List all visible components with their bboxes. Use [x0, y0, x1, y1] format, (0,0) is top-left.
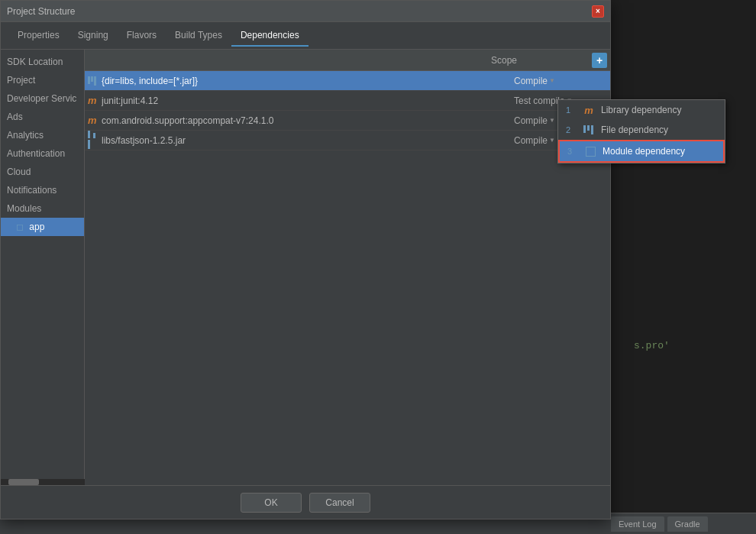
sidebar-item-notifications[interactable]: Notifications	[1, 181, 84, 199]
sidebar-item-cloud[interactable]: Cloud	[1, 163, 84, 181]
scope-value: Compile ▼	[508, 76, 607, 86]
dialog-titlebar: Project Structure ×	[1, 1, 610, 22]
app-icon: ◻	[16, 222, 24, 232]
tabs-row: Properties Signing Flavors Build Types D…	[1, 22, 610, 50]
sidebar-scrollbar-thumb[interactable]	[8, 479, 39, 485]
scope-label: Compile	[514, 135, 548, 146]
bars-icon	[88, 131, 102, 150]
dependency-text: libs/fastjson-1.2.5.jar	[102, 135, 508, 146]
project-structure-dialog: Project Structure × Properties Signing F…	[0, 0, 611, 519]
scope-label: Compile	[514, 115, 548, 126]
sidebar-item-authentication[interactable]: Authentication	[1, 144, 84, 163]
tab-build-types[interactable]: Build Types	[166, 25, 231, 47]
content-area: SDK Location Project Developer Servic Ad…	[1, 50, 610, 485]
sidebar-modules-header: Modules	[1, 199, 84, 218]
add-dependency-dropdown: 1 m Library dependency 2 File dependency…	[557, 99, 725, 163]
sidebar-item-sdk-location[interactable]: SDK Location	[1, 53, 84, 71]
table-row[interactable]: m com.android.support:appcompat-v7:24.1.…	[85, 111, 610, 131]
m-icon: m	[88, 115, 102, 126]
tab-signing[interactable]: Signing	[69, 25, 118, 47]
sidebar-scrollbar-area	[1, 479, 85, 485]
app-label: app	[29, 222, 44, 232]
add-dependency-button[interactable]: +	[592, 53, 607, 68]
m-icon: m	[88, 95, 102, 106]
main-panel: Scope + {dir=libs, include=[*.jar]}	[85, 50, 610, 485]
option-number: 3	[567, 147, 578, 156]
tab-dependencies[interactable]: Dependencies	[231, 25, 309, 47]
library-dependency-option[interactable]: 1 m Library dependency	[558, 100, 725, 120]
editor-text: s.pro'	[634, 340, 670, 351]
sidebar-module-app[interactable]: ◻ app	[1, 218, 84, 236]
dialog-title: Project Structure	[7, 6, 75, 17]
sidebar-item-developer-services[interactable]: Developer Servic	[1, 89, 84, 108]
scope-column-header: Scope	[485, 55, 592, 66]
dependency-text: com.android.support:appcompat-v7:24.1.0	[102, 115, 508, 126]
scope-label: Compile	[514, 76, 548, 86]
close-button[interactable]: ×	[592, 5, 604, 18]
ok-button[interactable]: OK	[241, 493, 302, 513]
dependency-text: junit:junit:4.12	[102, 95, 508, 106]
module-dependency-label: Module dependency	[603, 146, 685, 157]
option-number: 1	[566, 105, 577, 115]
sidebar: SDK Location Project Developer Servic Ad…	[1, 50, 85, 485]
file-dependency-label: File dependency	[601, 125, 668, 135]
sidebar-item-ads[interactable]: Ads	[1, 108, 84, 126]
module-dependency-option[interactable]: 3 Module dependency	[558, 140, 725, 163]
sidebar-item-analytics[interactable]: Analytics	[1, 126, 84, 144]
file-dependency-option[interactable]: 2 File dependency	[558, 120, 725, 140]
event-log-tab[interactable]: Event Log	[611, 516, 664, 532]
sidebar-item-project[interactable]: Project	[1, 71, 84, 89]
table-header: Scope +	[85, 50, 610, 71]
dependency-text: {dir=libs, include=[*.jar]}	[102, 76, 508, 86]
dependency-table: {dir=libs, include=[*.jar]} Compile ▼ m …	[85, 71, 610, 485]
jar-icon	[88, 76, 102, 86]
tab-properties[interactable]: Properties	[8, 25, 69, 47]
scope-dropdown-arrow[interactable]: ▼	[549, 77, 555, 84]
option-number: 2	[566, 125, 577, 134]
module-icon	[584, 146, 596, 157]
library-icon: m	[583, 105, 595, 115]
dialog-footer: OK Cancel	[1, 485, 610, 519]
gradle-tab[interactable]: Gradle	[667, 516, 708, 532]
table-row[interactable]: libs/fastjson-1.2.5.jar Compile ▼	[85, 131, 610, 150]
scope-dropdown-arrow[interactable]: ▼	[549, 137, 555, 144]
library-dependency-label: Library dependency	[601, 105, 681, 115]
tab-flavors[interactable]: Flavors	[118, 25, 166, 47]
table-row[interactable]: {dir=libs, include=[*.jar]} Compile ▼	[85, 71, 610, 91]
table-row[interactable]: m junit:junit:4.12 Test compile ▼	[85, 91, 610, 111]
scope-dropdown-arrow[interactable]: ▼	[549, 117, 555, 124]
cancel-button[interactable]: Cancel	[309, 493, 370, 513]
file-icon	[583, 125, 595, 135]
